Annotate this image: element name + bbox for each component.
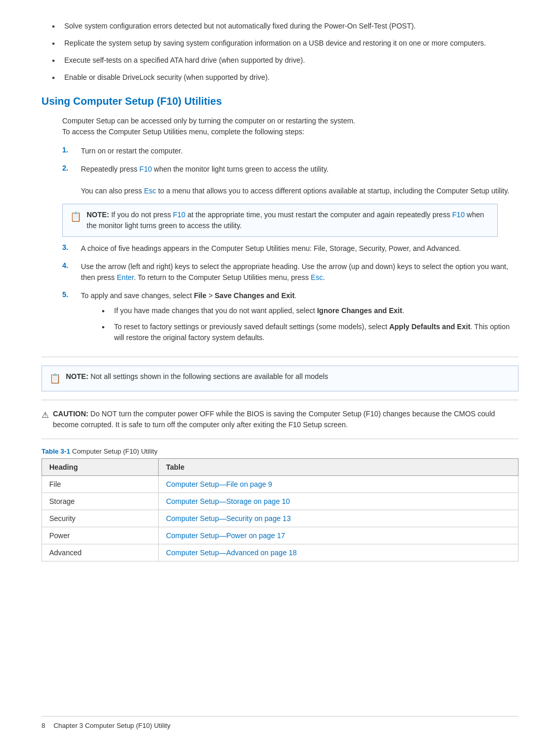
note-icon-2: 📋 [49,372,61,386]
footer-page-number: 8 [41,722,45,729]
step-4: 4. Use the arrow (left and right) keys t… [62,261,519,283]
step-3-text: A choice of five headings appears in the… [81,243,519,254]
table-link-storage[interactable]: Computer Setup—Storage on page 10 [166,497,290,505]
table-cell-link[interactable]: Computer Setup—File on page 9 [159,476,519,493]
setup-table: Heading Table FileComputer Setup—File on… [41,458,519,561]
key-f10-note2: F10 [452,210,465,219]
step-1-text: Turn on or restart the computer. [81,146,519,157]
note-icon-1: 📋 [70,210,81,224]
sub-bullet-2: To reset to factory settings or previous… [102,321,519,343]
divider-2 [41,400,519,400]
step-2: 2. Repeatedly press F10 when the monitor… [62,164,519,196]
table-cell-link[interactable]: Computer Setup—Advanced on page 18 [159,544,519,561]
table-cell-heading: Storage [42,493,159,510]
col-heading: Heading [42,459,159,476]
key-esc-2: Esc [311,273,323,282]
step-3-number: 3. [62,243,81,251]
table-row: PowerComputer Setup—Power on page 17 [42,527,519,544]
step-5-number: 5. [62,290,81,299]
bullet-item-3: Execute self-tests on a specified ATA ha… [52,55,519,66]
table-link-power[interactable]: Computer Setup—Power on page 17 [166,531,285,540]
table-row: StorageComputer Setup—Storage on page 10 [42,493,519,510]
table-row: AdvancedComputer Setup—Advanced on page … [42,544,519,561]
divider-1 [41,357,519,357]
table-cell-link[interactable]: Computer Setup—Security on page 13 [159,510,519,527]
table-row: FileComputer Setup—File on page 9 [42,476,519,493]
note-text-2: NOTE: Not all settings shown in the foll… [66,371,328,382]
table-cell-heading: File [42,476,159,493]
table-cell-link[interactable]: Computer Setup—Power on page 17 [159,527,519,544]
steps-list: 1. Turn on or restart the computer. 2. R… [41,146,519,348]
table-caption-label: Table 3-1 [41,447,70,455]
caution-box: ⚠ CAUTION: Do NOT turn the computer powe… [41,409,519,430]
footer-chapter: Chapter 3 Computer Setup (F10) Utility [53,722,170,729]
step-4-text: Use the arrow (left and right) keys to s… [81,261,519,283]
key-esc-1: Esc [144,187,156,195]
divider-3 [41,439,519,439]
caution-icon: ⚠ [41,409,49,421]
table-row: SecurityComputer Setup—Security on page … [42,510,519,527]
step-4-number: 4. [62,261,81,270]
step-1-number: 1. [62,146,81,154]
step-5: 5. To apply and save changes, select Fil… [62,290,519,348]
table-header-row: Heading Table [42,459,519,476]
table-cell-heading: Advanced [42,544,159,561]
step-1: 1. Turn on or restart the computer. [62,146,519,157]
table-cell-heading: Security [42,510,159,527]
table-link-file[interactable]: Computer Setup—File on page 9 [166,480,272,488]
bullet-item-2: Replicate the system setup by saving sys… [52,38,519,49]
bullet-item-1: Solve system configuration errors detect… [52,21,519,32]
caution-text: CAUTION: Do NOT turn the computer power … [53,409,519,430]
note-text-1: NOTE: If you do not press F10 at the app… [87,209,490,231]
table-caption: Table 3-1 Computer Setup (F10) Utility [41,447,519,455]
note-box-2: 📋 NOTE: Not all settings shown in the fo… [41,366,519,391]
table-link-security[interactable]: Computer Setup—Security on page 13 [166,514,290,523]
step-2-text: Repeatedly press F10 when the monitor li… [81,164,519,196]
sub-bullet-1: If you have made changes that you do not… [102,305,519,316]
intro-paragraph: Computer Setup can be accessed only by t… [62,116,519,137]
step-5-sub-bullets: If you have made changes that you do not… [81,305,519,343]
key-f10-1: F10 [139,165,152,173]
intro-bullet-list: Solve system configuration errors detect… [41,21,519,83]
bullet-item-4: Enable or disable DriveLock security (wh… [52,72,519,83]
step-5-text: To apply and save changes, select File >… [81,290,519,348]
page-footer: 8 Chapter 3 Computer Setup (F10) Utility [41,716,519,729]
table-cell-link[interactable]: Computer Setup—Storage on page 10 [159,493,519,510]
key-f10-note: F10 [173,210,186,219]
step-3: 3. A choice of five headings appears in … [62,243,519,254]
section-heading: Using Computer Setup (F10) Utilities [41,95,519,107]
step-2-number: 2. [62,164,81,172]
col-table: Table [159,459,519,476]
table-link-advanced[interactable]: Computer Setup—Advanced on page 18 [166,549,297,557]
note-box-1: 📋 NOTE: If you do not press F10 at the a… [62,204,498,237]
key-enter: Enter [117,273,134,282]
table-cell-heading: Power [42,527,159,544]
